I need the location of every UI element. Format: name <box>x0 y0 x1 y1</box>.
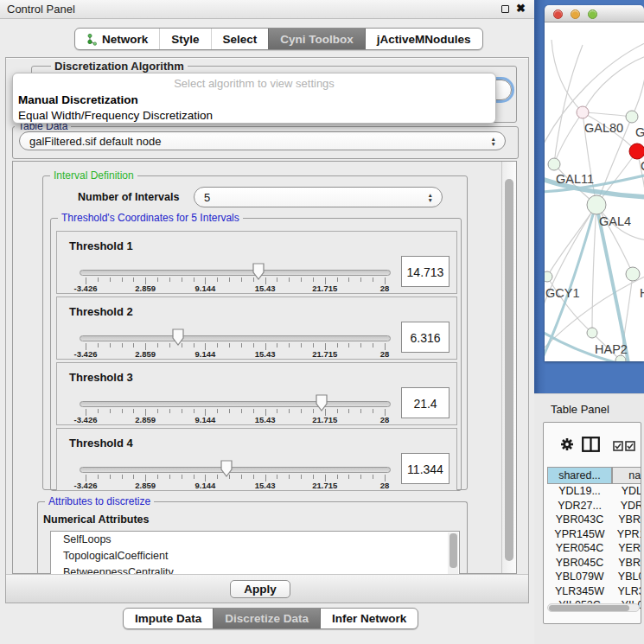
node[interactable] <box>626 111 638 123</box>
scale-label: 2.859 <box>123 284 168 293</box>
scrollbar-thumb[interactable] <box>505 179 513 561</box>
algorithm-group-title: Discretization Algorithm <box>51 60 188 73</box>
node-label-hap2: HAP2 <box>595 342 628 356</box>
tick-mark <box>313 277 314 282</box>
tick-mark <box>182 277 182 282</box>
tick-mark <box>133 277 134 282</box>
scale-label: 15.43 <box>243 481 288 490</box>
table-row[interactable]: YLR345WYLR345W <box>544 584 641 599</box>
gal4-node[interactable] <box>587 195 606 214</box>
table-row[interactable]: YBL079WYBL079W <box>544 570 641 584</box>
tab-select[interactable]: Select <box>211 29 269 49</box>
table-data-combo[interactable]: galFiltered.sif default node ▲▼ <box>19 131 506 150</box>
slider-track[interactable] <box>80 270 391 276</box>
apply-button[interactable]: Apply <box>230 580 290 598</box>
tick-mark <box>217 409 218 413</box>
scale-label: -3.426 <box>63 349 108 359</box>
scale-label: 9.144 <box>182 481 227 490</box>
attribute-item-topologicalcoefficient[interactable]: TopologicalCoefficient <box>51 548 459 564</box>
settings-scroll-area: Interval Definition Number of Intervals … <box>12 161 517 574</box>
minimize-traffic-icon[interactable] <box>571 10 580 19</box>
checkbox-icon[interactable] <box>625 441 635 451</box>
table-data-value: galFiltered.sif default node <box>29 135 161 148</box>
gal80-node[interactable] <box>577 106 589 118</box>
tab-style[interactable]: Style <box>159 29 210 49</box>
gcy1-node[interactable] <box>545 271 552 282</box>
tick-mark <box>122 409 123 413</box>
close-icon[interactable]: ✖ <box>516 2 526 15</box>
horizontal-scrollbar[interactable] <box>547 603 640 612</box>
hap2-node[interactable] <box>587 328 597 338</box>
threshold-panel-4: Threshold 4-3.4262.8599.14415.4321.71528… <box>56 428 457 491</box>
vertical-scrollbar[interactable] <box>501 162 516 573</box>
attributes-listbox[interactable]: SelfLoopsTopologicalCoefficientBetweenne… <box>50 531 460 576</box>
slider-track[interactable] <box>80 467 391 473</box>
tab-label: jActiveMNodules <box>377 33 471 46</box>
tick-mark <box>360 409 361 413</box>
scale-label: 21.715 <box>303 481 348 490</box>
threshold-value-field[interactable]: 21.4 <box>401 387 450 418</box>
gal11-node[interactable] <box>548 158 560 170</box>
tick-mark <box>348 277 349 282</box>
slider-track[interactable] <box>80 335 391 341</box>
threshold-value-field[interactable]: 6.316 <box>401 322 450 353</box>
hscrollbar-thumb[interactable] <box>549 605 629 611</box>
tab-network[interactable]: Network <box>75 29 159 49</box>
num-intervals-combo[interactable]: 5 ▲▼ <box>194 187 443 207</box>
table-row[interactable]: YPR145WYPR145W <box>544 527 641 542</box>
attribute-item-selfloops[interactable]: SelfLoops <box>51 532 459 548</box>
tick-mark <box>360 475 361 479</box>
interval-definition-group: Interval Definition Number of Intervals … <box>42 175 468 490</box>
tab-discretize-data[interactable]: Discretize Data <box>213 609 320 628</box>
slider-track[interactable] <box>80 401 391 407</box>
cell-name: YBR045C <box>612 557 641 569</box>
node[interactable] <box>626 267 640 281</box>
list-scrollbar-thumb[interactable] <box>450 533 457 568</box>
tab-label: Infer Network <box>332 612 406 625</box>
table-panel: Table Panel shar <box>534 393 644 644</box>
tick-mark <box>373 409 373 413</box>
tab-jactivemnodules[interactable]: jActiveMNodules <box>365 29 482 49</box>
tab-cyni-toolbox[interactable]: Cyni Toolbox <box>268 29 365 49</box>
tick-mark <box>98 277 99 282</box>
tick-mark <box>348 475 349 479</box>
threshold-panel-2: Threshold 2-3.4262.8599.14415.4321.71528… <box>56 296 457 360</box>
tick-mark <box>277 409 277 413</box>
table-row[interactable]: YDR27...YDR27... <box>544 499 641 513</box>
selected-red-node[interactable] <box>629 143 644 159</box>
threshold-value-field[interactable]: 14.713 <box>401 256 450 287</box>
gear-icon[interactable] <box>560 437 574 451</box>
algorithm-option-equal-width-frequency-discretization[interactable]: Equal Width/Frequency Discretization <box>15 108 492 124</box>
tick-mark <box>373 475 373 479</box>
network-canvas[interactable]: GAL80GAL11GAL4GCY1HAP2GCH <box>545 22 644 361</box>
tab-label: Network <box>102 33 148 46</box>
table-row[interactable]: YBR043CYBR043C <box>544 513 641 527</box>
list-scrollbar[interactable] <box>448 532 458 576</box>
tick-mark <box>194 475 194 479</box>
tick-mark <box>301 409 302 413</box>
split-columns-icon[interactable] <box>582 437 600 452</box>
table-row[interactable]: YER054CYER054C <box>544 541 641 556</box>
tick-mark <box>169 475 170 479</box>
table-row[interactable]: YDL19...YDL19... <box>544 484 641 499</box>
algorithm-option-manual-discretization[interactable]: Manual Discretization <box>15 92 492 108</box>
tab-impute-data[interactable]: Impute Data <box>124 609 213 628</box>
table-row[interactable]: YBR045CYBR045C <box>544 556 641 571</box>
cell-name: YDL19... <box>612 485 641 497</box>
network-graph: GAL80GAL11GAL4GCY1HAP2GCH <box>545 22 644 361</box>
node-label-gal80: GAL80 <box>584 121 623 135</box>
panel-title: Control Panel <box>7 3 75 16</box>
scale-label: 9.144 <box>182 284 227 293</box>
checkbox-icon[interactable] <box>613 441 623 451</box>
float-window-icon[interactable] <box>501 5 509 13</box>
tick-mark <box>253 277 254 282</box>
slider-scale-labels: -3.4262.8599.14415.4321.71528 <box>86 284 385 293</box>
cell-shared-name: YDR27... <box>547 500 612 512</box>
column-header-shared-name[interactable]: shared... <box>547 467 612 484</box>
node[interactable] <box>615 355 626 361</box>
column-header-name[interactable]: name <box>612 467 641 484</box>
threshold-value-field[interactable]: 11.344 <box>401 453 450 484</box>
zoom-traffic-icon[interactable] <box>588 10 597 19</box>
close-traffic-icon[interactable] <box>553 10 563 19</box>
tab-infer-network[interactable]: Infer Network <box>320 609 418 628</box>
